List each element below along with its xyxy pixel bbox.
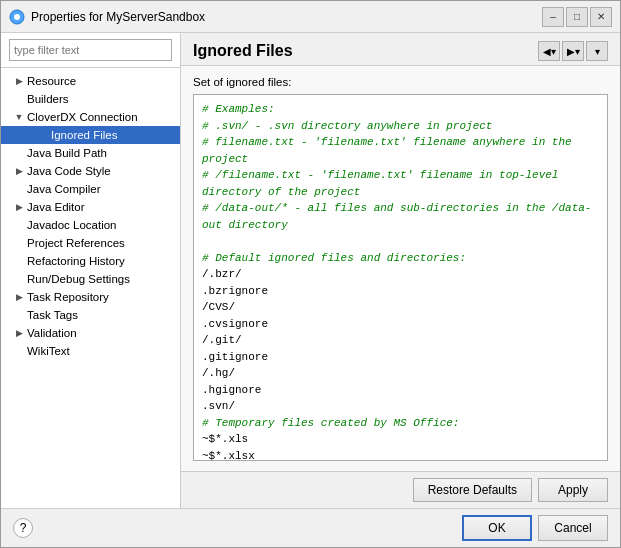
file-line: # Default ignored files and directories: (202, 250, 599, 267)
sidebar-item-project_references[interactable]: Project References (1, 234, 180, 252)
title-bar: Properties for MyServerSandbox – □ ✕ (1, 1, 620, 33)
file-line: .gitignore (202, 349, 599, 366)
cancel-button[interactable]: Cancel (538, 515, 608, 541)
file-line: .bzrignore (202, 283, 599, 300)
sidebar-item-label: WikiText (27, 345, 70, 357)
filter-input[interactable] (9, 39, 172, 61)
sidebar-item-label: Resource (27, 75, 76, 87)
apply-button[interactable]: Apply (538, 478, 608, 502)
sidebar-item-java_compiler[interactable]: Java Compiler (1, 180, 180, 198)
sidebar-item-label: Java Compiler (27, 183, 101, 195)
sidebar-item-label: Refactoring History (27, 255, 125, 267)
file-line: # /data-out/* - all files and sub-direct… (202, 200, 599, 233)
close-button[interactable]: ✕ (590, 7, 612, 27)
svg-point-1 (14, 14, 20, 20)
sidebar-item-label: Task Repository (27, 291, 109, 303)
file-line: /.git/ (202, 332, 599, 349)
sidebar-item-label: Task Tags (27, 309, 78, 321)
window-controls: – □ ✕ (542, 7, 612, 27)
file-line: /.hg/ (202, 365, 599, 382)
filter-box (1, 33, 180, 68)
sidebar-item-java_build_path[interactable]: Java Build Path (1, 144, 180, 162)
chevron-icon: ▶ (13, 165, 25, 177)
dropdown-arrow-button[interactable]: ▾ (586, 41, 608, 61)
window-icon (9, 9, 25, 25)
file-line: .hgignore (202, 382, 599, 399)
sidebar-item-validation[interactable]: ▶Validation (1, 324, 180, 342)
maximize-button[interactable]: □ (566, 7, 588, 27)
sidebar-item-label: CloverDX Connection (27, 111, 138, 123)
file-line: .cvsignore (202, 316, 599, 333)
file-line: # Temporary files created by MS Office: (202, 415, 599, 432)
window-title: Properties for MyServerSandbox (31, 10, 205, 24)
file-line: # filename.txt - 'filename.txt' filename… (202, 134, 599, 167)
panel-body: Set of ignored files: # Examples:# .svn/… (181, 66, 620, 471)
sidebar-item-java_code_style[interactable]: ▶Java Code Style (1, 162, 180, 180)
left-panel: ▶ResourceBuilders▼CloverDX ConnectionIgn… (1, 33, 181, 508)
bottom-right-buttons: Restore Defaults Apply (413, 478, 608, 502)
sidebar-item-resource[interactable]: ▶Resource (1, 72, 180, 90)
sidebar-item-label: Run/Debug Settings (27, 273, 130, 285)
sidebar-item-refactoring_history[interactable]: Refactoring History (1, 252, 180, 270)
sidebar-item-label: Java Build Path (27, 147, 107, 159)
back-arrow-button[interactable]: ◀▾ (538, 41, 560, 61)
chevron-icon: ▶ (13, 291, 25, 303)
sidebar-item-task_tags[interactable]: Task Tags (1, 306, 180, 324)
sidebar-item-ignored_files[interactable]: Ignored Files (1, 126, 180, 144)
file-line: /.bzr/ (202, 266, 599, 283)
title-bar-left: Properties for MyServerSandbox (9, 9, 205, 25)
content-area: ▶ResourceBuilders▼CloverDX ConnectionIgn… (1, 33, 620, 508)
file-line: .svn/ (202, 398, 599, 415)
sidebar-item-java_editor[interactable]: ▶Java Editor (1, 198, 180, 216)
chevron-icon: ▼ (13, 111, 25, 123)
sidebar-item-label: Ignored Files (51, 129, 117, 141)
footer-bar: ? OK Cancel (1, 508, 620, 547)
sidebar-item-wikitext[interactable]: WikiText (1, 342, 180, 360)
sidebar-item-run_debug_settings[interactable]: Run/Debug Settings (1, 270, 180, 288)
section-label: Set of ignored files: (193, 76, 608, 88)
sidebar-item-label: Javadoc Location (27, 219, 117, 231)
sidebar-item-label: Builders (27, 93, 69, 105)
nav-tree: ▶ResourceBuilders▼CloverDX ConnectionIgn… (1, 68, 180, 508)
file-line: # /filename.txt - 'filename.txt' filenam… (202, 167, 599, 200)
nav-arrows: ◀▾ ▶▾ ▾ (538, 41, 608, 61)
forward-arrow-button[interactable]: ▶▾ (562, 41, 584, 61)
properties-window: Properties for MyServerSandbox – □ ✕ ▶Re… (0, 0, 621, 548)
bottom-bar: Restore Defaults Apply (181, 471, 620, 508)
sidebar-item-label: Java Code Style (27, 165, 111, 177)
sidebar-item-javadoc_location[interactable]: Javadoc Location (1, 216, 180, 234)
file-line: /CVS/ (202, 299, 599, 316)
restore-defaults-button[interactable]: Restore Defaults (413, 478, 532, 502)
file-line: # Examples: (202, 101, 599, 118)
sidebar-item-clover_connection[interactable]: ▼CloverDX Connection (1, 108, 180, 126)
file-content-area[interactable]: # Examples:# .svn/ - .svn directory anyw… (193, 94, 608, 461)
right-panel: Ignored Files ◀▾ ▶▾ ▾ Set of ignored fil… (181, 33, 620, 508)
sidebar-item-label: Java Editor (27, 201, 85, 213)
file-line: ~$*.xlsx (202, 448, 599, 462)
chevron-icon: ▶ (13, 75, 25, 87)
sidebar-item-task_repository[interactable]: ▶Task Repository (1, 288, 180, 306)
file-line: # .svn/ - .svn directory anywhere in pro… (202, 118, 599, 135)
sidebar-item-builders[interactable]: Builders (1, 90, 180, 108)
panel-header: Ignored Files ◀▾ ▶▾ ▾ (181, 33, 620, 66)
panel-title: Ignored Files (193, 42, 293, 60)
ok-button[interactable]: OK (462, 515, 532, 541)
sidebar-item-label: Project References (27, 237, 125, 249)
chevron-icon: ▶ (13, 201, 25, 213)
minimize-button[interactable]: – (542, 7, 564, 27)
file-line: ~$*.xls (202, 431, 599, 448)
file-line (202, 233, 599, 250)
chevron-icon: ▶ (13, 327, 25, 339)
footer-buttons: OK Cancel (462, 515, 608, 541)
sidebar-item-label: Validation (27, 327, 77, 339)
help-icon[interactable]: ? (13, 518, 33, 538)
